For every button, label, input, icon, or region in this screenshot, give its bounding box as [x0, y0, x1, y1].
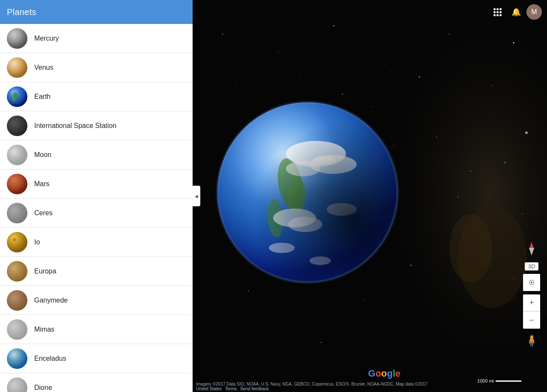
planet-name-venus: Venus — [34, 64, 53, 71]
link-terms[interactable]: Terms — [225, 386, 237, 391]
map-controls: 3D ⦿ + − 🧍 — [523, 240, 540, 349]
user-avatar[interactable]: M — [526, 4, 542, 20]
svg-point-19 — [299, 77, 300, 77]
planet-thumbnail-europa — [7, 261, 27, 282]
attribution-links[interactable]: United States Terms Send feedback — [196, 386, 544, 391]
zoom-in-button[interactable]: + — [523, 294, 540, 312]
planet-thumbnail-moon — [7, 145, 27, 165]
scale-label: 1000 mi — [477, 378, 494, 383]
recenter-button[interactable]: ⦿ — [523, 274, 540, 291]
link-feedback[interactable]: Send feedback — [240, 386, 269, 391]
top-toolbar: 🔔 M — [193, 0, 547, 24]
svg-point-59 — [13, 238, 16, 241]
svg-point-2 — [222, 34, 223, 35]
planet-item-mars[interactable]: Mars — [0, 169, 193, 199]
svg-point-48 — [217, 102, 397, 282]
planet-thumbnail-io — [7, 232, 27, 252]
planet-name-dione: Dione — [34, 384, 52, 392]
pegman-icon: 🧍 — [525, 334, 538, 347]
planet-thumbnail-ganymede — [7, 290, 27, 311]
planets-sidebar: MercuryVenus EarthInternational Space St… — [0, 24, 193, 392]
collapse-button[interactable]: ◀ — [193, 186, 200, 206]
svg-point-51 — [7, 28, 27, 49]
planet-name-europa: Europa — [34, 267, 56, 275]
planet-item-venus[interactable]: Venus — [0, 53, 193, 82]
svg-point-61 — [7, 348, 27, 369]
collapse-arrow-icon: ◀ — [195, 194, 198, 199]
planet-name-moon: Moon — [34, 151, 51, 159]
svg-point-60 — [18, 244, 20, 246]
planet-item-europa[interactable]: Europa — [0, 257, 193, 286]
planet-thumbnail-enceladus — [7, 348, 27, 369]
svg-point-8 — [513, 42, 514, 44]
zoom-out-button[interactable]: − — [523, 312, 540, 329]
svg-point-11 — [522, 214, 523, 214]
planet-item-iss[interactable]: International Space Station — [0, 111, 193, 140]
svg-point-13 — [419, 77, 420, 77]
svg-point-17 — [235, 85, 236, 86]
planet-item-mimas[interactable]: Mimas — [0, 315, 193, 344]
notifications-button[interactable]: 🔔 — [508, 3, 525, 21]
planet-name-mercury: Mercury — [34, 35, 59, 42]
bell-icon: 🔔 — [511, 7, 521, 17]
planet-thumbnail-dione — [7, 377, 27, 392]
planet-item-moon[interactable]: Moon — [0, 140, 193, 169]
svg-point-58 — [7, 232, 27, 252]
planet-item-dione[interactable]: Dione — [0, 373, 193, 392]
planet-thumbnail-mars — [7, 174, 27, 194]
svg-point-26 — [410, 265, 411, 266]
planet-item-earth[interactable]: Earth — [0, 82, 193, 111]
apps-icon — [493, 8, 502, 16]
svg-point-6 — [449, 34, 450, 35]
planet-item-ganymede[interactable]: Ganymede — [0, 286, 193, 315]
planet-name-ganymede: Ganymede — [34, 297, 68, 304]
planet-name-io: Io — [34, 238, 40, 246]
svg-point-28 — [321, 342, 321, 343]
svg-point-9 — [530, 128, 531, 128]
svg-point-15 — [436, 137, 437, 137]
planet-item-ceres[interactable]: Ceres — [0, 199, 193, 228]
planet-name-iss: International Space Station — [34, 122, 116, 130]
planet-thumbnail-mercury — [7, 28, 27, 49]
svg-point-4 — [333, 25, 334, 26]
planet-name-enceladus: Enceladus — [34, 355, 66, 362]
svg-point-16 — [505, 162, 505, 163]
sidebar-title: Planets — [7, 7, 36, 17]
planet-name-mars: Mars — [34, 180, 50, 188]
svg-point-29 — [278, 321, 278, 321]
view-3d-button[interactable]: 3D — [525, 262, 539, 270]
planet-name-mimas: Mimas — [34, 326, 54, 333]
pegman-button[interactable]: 🧍 — [523, 332, 540, 349]
svg-point-7 — [492, 85, 493, 86]
svg-point-5 — [385, 64, 385, 64]
compass[interactable] — [523, 240, 540, 257]
link-united-states[interactable]: United States — [196, 386, 222, 391]
svg-point-32 — [449, 214, 492, 282]
scale-line — [496, 380, 521, 382]
planet-name-earth: Earth — [34, 93, 51, 101]
svg-point-52 — [7, 57, 27, 78]
compass-south — [529, 248, 534, 255]
planet-thumbnail-venus — [7, 57, 27, 78]
planet-item-io[interactable]: Io — [0, 228, 193, 257]
planet-item-enceladus[interactable]: Enceladus — [0, 344, 193, 373]
svg-point-3 — [278, 51, 279, 52]
svg-point-20 — [342, 94, 343, 95]
planet-thumbnail-mimas — [7, 319, 27, 340]
svg-point-30 — [248, 291, 249, 291]
svg-point-55 — [12, 97, 15, 102]
svg-point-27 — [363, 299, 364, 300]
recenter-icon: ⦿ — [529, 279, 535, 286]
sidebar-header: Planets — [0, 0, 193, 24]
svg-point-22 — [458, 196, 458, 197]
planet-thumbnail-earth — [7, 86, 27, 107]
svg-point-57 — [7, 174, 27, 194]
scale-bar: 1000 mi — [477, 378, 521, 383]
planet-name-ceres: Ceres — [34, 209, 53, 217]
svg-point-10 — [470, 171, 471, 172]
planet-thumbnail-ceres — [7, 203, 27, 223]
earth-globe — [213, 98, 401, 286]
planet-item-mercury[interactable]: Mercury — [0, 24, 193, 53]
svg-point-12 — [525, 131, 528, 134]
apps-button[interactable] — [489, 3, 506, 21]
